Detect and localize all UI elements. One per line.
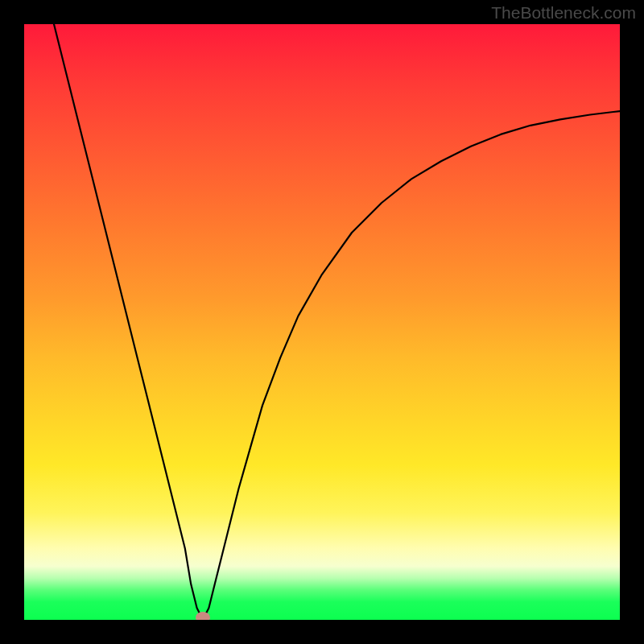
curve-overlay — [24, 24, 620, 620]
plot-area — [24, 24, 620, 620]
minimum-marker — [196, 612, 210, 620]
attribution-label: TheBottleneck.com — [491, 3, 636, 23]
chart-frame: TheBottleneck.com — [0, 0, 644, 644]
bottleneck-curve-path — [54, 24, 620, 620]
